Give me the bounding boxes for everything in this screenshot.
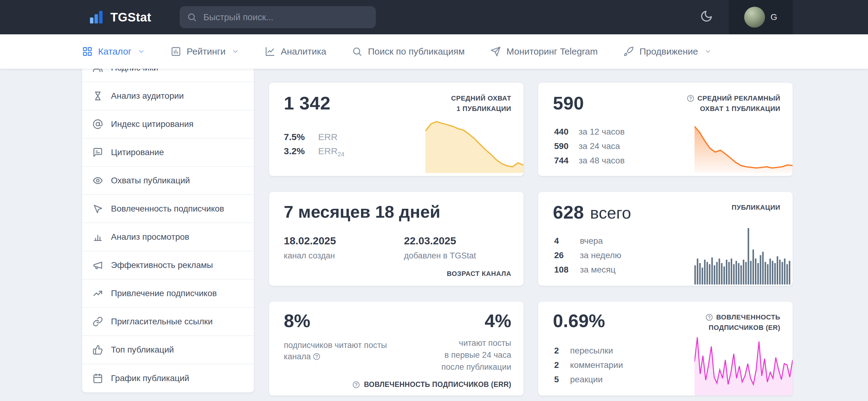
card-er: 0.69% ВОВЛЕЧЕННОСТЬ ПОДПИСЧИКОВ (ER) 2пе… xyxy=(538,302,793,396)
channel-created: 18.02.2025 канал создан xyxy=(284,235,336,260)
er-chart xyxy=(694,334,793,396)
nav-item-label: Продвижение xyxy=(639,46,698,57)
quote-icon xyxy=(93,147,103,158)
avg-reach-label: СРЕДНИЙ ОХВАТ 1 ПУБЛИКАЦИИ xyxy=(451,93,511,114)
tgstat-logo-icon xyxy=(88,9,104,25)
avg-reach-chart xyxy=(426,119,524,173)
tgstat-dashboard: TGStat G Каталог Рейтинги Аналитика xyxy=(0,0,868,401)
stat-row: 7.5% ERR xyxy=(284,132,344,146)
nav-item-label: Каталог xyxy=(98,46,131,57)
user-initial: G xyxy=(771,12,777,22)
nav-item-promotion[interactable]: Продвижение xyxy=(623,46,711,57)
nav-item-label: Рейтинги xyxy=(187,46,225,57)
err-left-value: 8% xyxy=(284,310,310,331)
main-nav: Каталог Рейтинги Аналитика Поиск по публ… xyxy=(0,34,868,69)
theme-toggle-button[interactable] xyxy=(700,10,713,25)
question-icon[interactable] xyxy=(352,381,360,389)
posts-rows: 4вчера 26за неделю 108за месяц xyxy=(554,234,621,277)
sidebar-item-post-schedule[interactable]: График публикаций xyxy=(82,364,254,393)
sidebar-item-views-analysis[interactable]: Анализ просмотров xyxy=(82,223,254,251)
bar-chart-icon xyxy=(93,232,103,242)
posts-label: ПУБЛИКАЦИИ xyxy=(732,202,780,213)
ratings-icon xyxy=(171,46,181,57)
posts-total: 628 всего xyxy=(553,202,631,223)
question-icon[interactable] xyxy=(705,313,713,321)
card-err: 8% 4% подписчиков читают посты канала чи… xyxy=(269,302,524,396)
nav-item-label: Мониторинг Telegram xyxy=(506,46,598,57)
question-icon[interactable] xyxy=(687,94,694,102)
stat-row: 590за 24 часа xyxy=(554,139,625,153)
sidebar-item-ad-effectiveness[interactable]: Эффективность рекламы xyxy=(82,251,254,280)
card-posts: 628 всего ПУБЛИКАЦИИ 4вчера 26за неделю … xyxy=(538,192,793,286)
search-icon xyxy=(352,46,362,57)
sidebar-item-subscriber-acquisition[interactable]: Привлечение подписчиков xyxy=(82,280,254,308)
quick-search-input[interactable] xyxy=(202,12,368,23)
chevron-down-icon xyxy=(232,48,239,55)
ad-reach-value: 590 xyxy=(553,93,584,114)
nav-item-monitoring[interactable]: Мониторинг Telegram xyxy=(490,46,598,57)
stat-row: 5реакции xyxy=(554,372,623,387)
quick-search[interactable] xyxy=(180,6,376,28)
stat-row: 4вчера xyxy=(554,234,621,248)
stat-row: 440за 12 часов xyxy=(554,124,625,139)
err-right-caption: читают посты в первые 24 часа после публ… xyxy=(441,337,511,373)
sidebar-item-citation-index[interactable]: Индекс цитирования xyxy=(82,111,254,138)
brand-name: TGStat xyxy=(110,10,151,24)
thumbs-up-icon xyxy=(93,345,103,355)
nav-item-ratings[interactable]: Рейтинги xyxy=(171,46,239,57)
sidebar-menu: Подписчики Анализ аудитории Индекс цитир… xyxy=(82,54,254,393)
eye-icon xyxy=(93,175,103,186)
sidebar-item-citations[interactable]: Цитирование xyxy=(82,138,254,167)
user-menu[interactable]: G xyxy=(729,0,793,34)
er-rows: 2пересылки 2комментарии 5реакции xyxy=(554,343,623,387)
posts-bar-chart xyxy=(694,228,791,284)
channel-age-footer: ВОЗРАСТ КАНАЛА xyxy=(447,270,511,278)
chevron-down-icon xyxy=(137,48,145,55)
search-icon xyxy=(187,12,197,22)
avg-reach-stats: 7.5% ERR 3.2% ERR24 xyxy=(284,132,344,160)
sidebar-item-audience-analysis[interactable]: Анализ аудитории xyxy=(82,82,254,111)
er-label: ВОВЛЕЧЕННОСТЬ ПОДПИСЧИКОВ (ER) xyxy=(705,312,780,333)
grid-icon xyxy=(82,46,93,57)
sidebar-item-subscriber-engagement[interactable]: Вовлеченность подписчиков xyxy=(82,195,254,223)
err-right-value: 4% xyxy=(485,310,511,331)
analytics-icon xyxy=(265,46,275,57)
megaphone-icon xyxy=(93,260,103,270)
rocket-icon xyxy=(623,46,634,57)
nav-item-label: Аналитика xyxy=(281,46,327,57)
err-footer: ВОВЛЕЧЕННОСТЬ ПОДПИСЧИКОВ (ERR) xyxy=(352,380,511,389)
stat-row: 108за месяц xyxy=(554,263,621,277)
question-icon[interactable] xyxy=(313,352,320,361)
nav-item-analytics[interactable]: Аналитика xyxy=(265,46,327,57)
trending-up-icon xyxy=(93,288,103,299)
app-header: TGStat G xyxy=(0,0,868,34)
nav-item-catalog[interactable]: Каталог xyxy=(82,46,145,57)
stat-row: 2комментарии xyxy=(554,358,623,372)
card-avg-reach: 1 342 СРЕДНИЙ ОХВАТ 1 ПУБЛИКАЦИИ 7.5% ER… xyxy=(269,83,524,176)
at-sign-icon xyxy=(93,119,103,129)
avg-reach-value: 1 342 xyxy=(284,93,331,114)
calendar-icon xyxy=(93,373,103,383)
channel-added: 22.03.2025 добавлен в TGStat xyxy=(404,235,476,260)
ad-reach-rows: 440за 12 часов 590за 24 часа 744за 48 ча… xyxy=(554,124,625,168)
nav-item-post-search[interactable]: Поиск по публикациям xyxy=(352,46,465,57)
hourglass-icon xyxy=(93,91,103,101)
er-value: 0.69% xyxy=(553,310,605,331)
sidebar-item-invite-links[interactable]: Пригласительные ссылки xyxy=(82,308,254,336)
card-ad-reach: 590 СРЕДНИЙ РЕКЛАМНЫЙ ОХВАТ 1 ПУБЛИКАЦИИ… xyxy=(538,83,793,176)
pointer-icon xyxy=(93,204,103,214)
err-left-caption: подписчиков читают посты канала xyxy=(284,340,398,363)
sidebar-item-top-posts[interactable]: Топ публикаций xyxy=(82,336,254,364)
card-channel-age: 7 месяцев 18 дней 18.02.2025 канал созда… xyxy=(269,192,524,286)
stat-row: 3.2% ERR24 xyxy=(284,146,344,160)
sidebar-item-post-reach[interactable]: Охваты публикаций xyxy=(82,167,254,195)
moon-icon xyxy=(700,10,713,23)
nav-item-label: Поиск по публикациям xyxy=(368,46,465,57)
tgstat-logo[interactable]: TGStat xyxy=(88,9,151,25)
stat-row: 26за неделю xyxy=(554,248,621,263)
send-icon xyxy=(490,46,501,57)
avatar xyxy=(744,7,765,28)
link-icon xyxy=(93,316,103,327)
stat-row: 744за 48 часов xyxy=(554,153,625,168)
ad-reach-chart xyxy=(694,124,793,173)
